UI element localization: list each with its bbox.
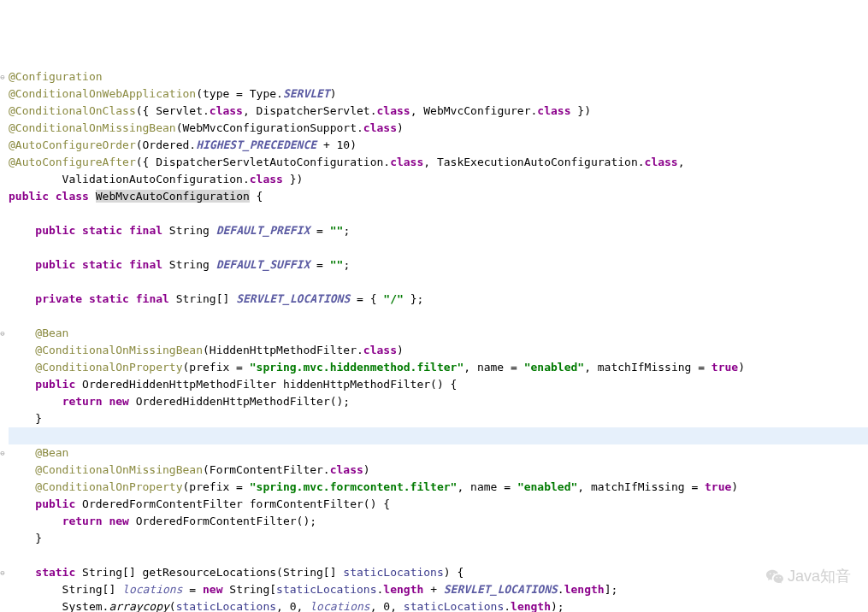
- token-sel: WebMvcAutoConfiguration: [96, 190, 250, 203]
- token-classref: class: [537, 104, 570, 117]
- token-ann: @ConditionalOnWebApplication: [9, 87, 196, 100]
- token-kw: private: [35, 292, 82, 305]
- token-prop: length: [511, 600, 551, 612]
- token-ann: @AutoConfigureAfter: [9, 156, 136, 168]
- code-line[interactable]: @ConditionalOnMissingBean(FormContentFil…: [9, 462, 868, 479]
- token-kw: static: [89, 292, 129, 305]
- token-str: "": [330, 224, 344, 237]
- token-kw: true: [705, 480, 731, 493]
- code-line[interactable]: public OrderedFormContentFilter formCont…: [9, 496, 868, 513]
- token-str: "enabled": [524, 361, 584, 374]
- code-line[interactable]: System.arraycopy(staticLocations, 0, loc…: [9, 598, 868, 612]
- token-prop: length: [564, 583, 605, 596]
- code-line[interactable]: ValidationAutoConfiguration.class }): [9, 171, 868, 188]
- fold-toggle-icon[interactable]: ⊖: [0, 564, 7, 581]
- token-kw: public: [35, 224, 75, 237]
- token-fieldconst: DEFAULT_SUFFIX: [216, 258, 310, 271]
- token-kw: true: [712, 361, 738, 374]
- code-line[interactable]: [9, 308, 868, 325]
- token-str: "enabled": [517, 480, 577, 493]
- token-classref: class: [363, 344, 397, 356]
- code-line[interactable]: }: [9, 530, 868, 547]
- code-line[interactable]: ⊖@Configuration: [9, 68, 868, 85]
- code-line[interactable]: public static final String DEFAULT_PREFI…: [9, 222, 868, 239]
- token-classref: class: [250, 173, 283, 185]
- token-classref: class: [645, 156, 678, 168]
- code-line[interactable]: @ConditionalOnWebApplication(type = Type…: [9, 85, 868, 103]
- code-line[interactable]: [9, 239, 868, 256]
- token-kw: new: [109, 515, 128, 527]
- code-line[interactable]: public class WebMvcAutoConfiguration {: [9, 188, 868, 205]
- token-ann: @ConditionalOnClass: [9, 104, 136, 117]
- token-classref: class: [377, 104, 410, 117]
- code-line[interactable]: ⊖ static String[] getResourceLocations(S…: [9, 564, 868, 581]
- token-kw: return: [62, 515, 103, 527]
- token-kw: final: [136, 292, 169, 305]
- token-typeconst: HIGHEST_PRECEDENCE: [196, 138, 316, 151]
- code-line[interactable]: ⊖ @Bean: [9, 325, 868, 342]
- code-line[interactable]: @ConditionalOnMissingBean(HiddenHttpMeth…: [9, 342, 868, 359]
- token-ann: @Bean: [35, 446, 68, 459]
- token-ann: @ConditionalOnMissingBean: [9, 121, 176, 134]
- token-kw: public: [9, 190, 49, 203]
- token-str: "/": [383, 292, 403, 305]
- fold-toggle-icon[interactable]: ⊖: [0, 444, 7, 462]
- token-kw: final: [129, 224, 162, 237]
- token-param: staticLocations: [176, 600, 276, 612]
- token-ann: @ConditionalOnMissingBean: [35, 463, 203, 476]
- token-str: "spring.mvc.formcontent.filter": [250, 480, 458, 493]
- code-line[interactable]: public static final String DEFAULT_SUFFI…: [9, 256, 868, 274]
- code-line[interactable]: @ConditionalOnProperty(prefix = "spring.…: [9, 479, 868, 496]
- token-methoditalic: arraycopy: [109, 600, 168, 612]
- token-classref: class: [363, 121, 397, 134]
- code-line[interactable]: @AutoConfigureOrder(Ordered.HIGHEST_PREC…: [9, 137, 868, 154]
- token-fieldconst: SERVLET_LOCATIONS: [236, 292, 350, 305]
- code-line[interactable]: private static final String[] SERVLET_LO…: [9, 291, 868, 308]
- code-line[interactable]: return new OrderedFormContentFilter();: [9, 513, 868, 530]
- token-kw: static: [35, 566, 75, 579]
- token-kw: public: [35, 258, 75, 271]
- token-kw: new: [109, 395, 128, 408]
- token-param: staticLocations: [343, 566, 443, 579]
- code-line[interactable]: [9, 427, 868, 444]
- token-fieldconst: DEFAULT_PREFIX: [216, 224, 310, 237]
- token-prop: length: [383, 583, 423, 596]
- code-line[interactable]: @ConditionalOnProperty(prefix = "spring.…: [9, 359, 868, 376]
- token-kw: static: [82, 224, 122, 237]
- token-fieldconst: SERVLET_LOCATIONS: [444, 583, 558, 596]
- code-line[interactable]: [9, 205, 868, 222]
- token-classref: class: [210, 104, 243, 117]
- code-line[interactable]: @AutoConfigureAfter({ DispatcherServletA…: [9, 154, 868, 171]
- token-ann: @Configuration: [9, 70, 103, 83]
- fold-toggle-icon[interactable]: ⊖: [0, 325, 7, 342]
- token-ann: @ConditionalOnProperty: [35, 361, 182, 374]
- token-ann: @Bean: [35, 327, 68, 339]
- token-kw: public: [35, 497, 75, 510]
- token-str: "spring.mvc.hiddenmethod.filter": [250, 361, 464, 374]
- code-line[interactable]: return new OrderedHiddenHttpMethodFilter…: [9, 393, 868, 410]
- token-varitalic: locations: [310, 600, 369, 612]
- token-ann: @ConditionalOnProperty: [35, 480, 182, 493]
- token-kw: class: [56, 190, 89, 203]
- code-line[interactable]: ⊖ @Bean: [9, 444, 868, 462]
- code-line[interactable]: [9, 274, 868, 291]
- token-kw: final: [129, 258, 162, 271]
- token-param: staticLocations: [276, 583, 376, 596]
- code-line[interactable]: @ConditionalOnClass({ Servlet.class, Dis…: [9, 103, 868, 120]
- code-line[interactable]: }: [9, 410, 868, 427]
- token-param: staticLocations: [404, 600, 504, 612]
- token-classref: class: [330, 463, 363, 476]
- token-kw: public: [35, 378, 75, 391]
- token-kw: return: [62, 395, 103, 408]
- fold-toggle-icon[interactable]: ⊖: [0, 68, 7, 85]
- token-kw: static: [82, 258, 122, 271]
- code-editor[interactable]: ⊖@Configuration@ConditionalOnWebApplicat…: [0, 68, 868, 612]
- token-ann: @ConditionalOnMissingBean: [35, 344, 203, 356]
- token-ann: @AutoConfigureOrder: [9, 138, 136, 151]
- code-line[interactable]: String[] locations = new String[staticLo…: [9, 581, 868, 598]
- code-line[interactable]: [9, 547, 868, 564]
- code-line[interactable]: @ConditionalOnMissingBean(WebMvcConfigur…: [9, 120, 868, 137]
- token-str: "": [330, 258, 344, 271]
- token-varitalic: locations: [122, 583, 182, 596]
- code-line[interactable]: public OrderedHiddenHttpMethodFilter hid…: [9, 376, 868, 393]
